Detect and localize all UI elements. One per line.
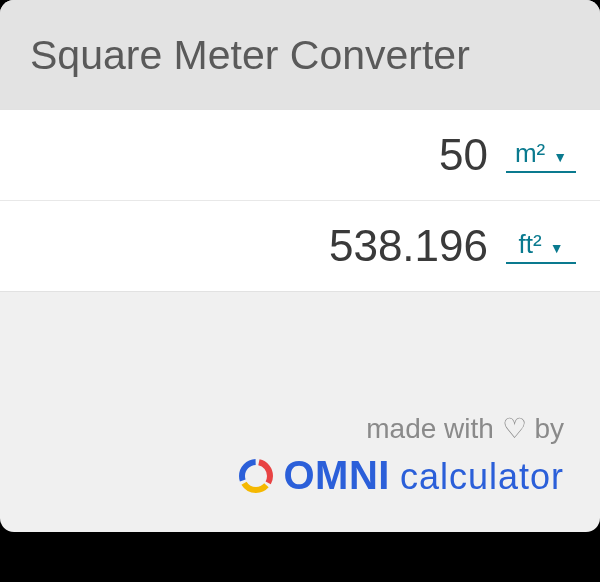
unit-selector[interactable]: ft² ▼ <box>506 229 576 264</box>
chevron-down-icon: ▼ <box>553 149 567 165</box>
brand-name: OMNI <box>283 453 389 498</box>
chevron-down-icon: ▼ <box>550 240 564 256</box>
product-name: calculator <box>400 456 564 498</box>
input-row: 50 m² ▼ <box>0 110 600 201</box>
converter-widget: Square Meter Converter 50 m² ▼ 538.196 f… <box>0 0 600 532</box>
omni-text: OMNI calculator <box>283 453 564 498</box>
omni-icon <box>237 457 275 495</box>
widget-footer: made with ♡ by OMNI calculator <box>0 292 600 532</box>
converter-rows: 50 m² ▼ 538.196 ft² ▼ <box>0 109 600 292</box>
attribution-text: made with ♡ by <box>366 412 564 445</box>
value-output[interactable]: 538.196 <box>329 221 488 271</box>
unit-label: m² <box>515 138 545 169</box>
unit-label: ft² <box>519 229 542 260</box>
widget-header: Square Meter Converter <box>0 0 600 109</box>
output-row: 538.196 ft² ▼ <box>0 201 600 291</box>
widget-title: Square Meter Converter <box>30 32 570 79</box>
omni-logo[interactable]: OMNI calculator <box>237 453 564 498</box>
value-input[interactable]: 50 <box>439 130 488 180</box>
unit-selector[interactable]: m² ▼ <box>506 138 576 173</box>
